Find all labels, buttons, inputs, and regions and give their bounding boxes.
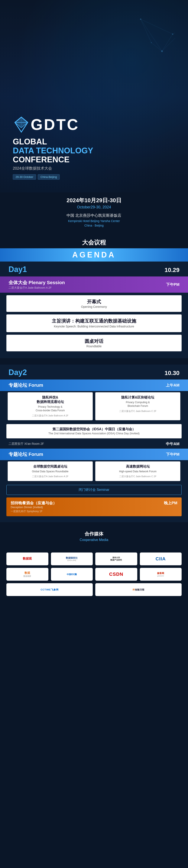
forum3-card: 全球数据空间圆桌论坛 Global Data Spaces Roundtable… (8, 461, 93, 481)
forum2-venue: 二层大宴会厅C Jade Ballroom C 2F (99, 410, 177, 413)
forum1-venue: 二层大宴会厅A Jade Ballroom A 2F (11, 414, 89, 417)
roundtable-card: 圆桌对话 Roundtable (6, 335, 182, 351)
dinner-title-en: Deception Dinner (Invited) (11, 505, 57, 509)
forum3-title-cn: 全球数据空间圆桌论坛 (11, 464, 89, 469)
forum4-title-en: High-speed Data Network Forum (99, 470, 177, 473)
plenary-time: 下午PM (166, 282, 180, 287)
forum1-title-en: Privacy Technology &Cross-border Data Fo… (11, 405, 89, 412)
forum-am-bar: 专题论坛 Forum 上午AM (0, 379, 188, 391)
svg-point-9 (151, 42, 152, 43)
agenda-en-bar: AGENDA (0, 248, 188, 261)
agenda-title-en: AGENDA (72, 250, 116, 259)
coop-title-en: Cooperative Media (8, 538, 180, 542)
cooperative-section: 合作媒体 Cooperative Media (0, 522, 188, 553)
svg-point-8 (161, 50, 163, 52)
idsa-bar: 第二届国际数据空间协会（IDSA）中国日（应邀与会） The 2nd Inter… (6, 424, 182, 438)
logo-text: GDTC (31, 117, 79, 132)
media-logo-kcb: 科创板日报 (95, 583, 182, 596)
svg-line-10 (151, 43, 162, 51)
forum-am-time: 上午AM (166, 383, 180, 388)
forum1-card: 隐私科技&数据跨境流通论坛 Privacy Technology &Cross-… (8, 392, 93, 420)
day2-date: 10.30 (164, 370, 180, 376)
forum4-title-cn: 高速数据网论坛 (99, 464, 177, 469)
plenary-venue: 二层大宴会厅A Jade Ballroom A 2F (8, 286, 65, 290)
idsa-title-en: The 2nd International Data Spaces Associ… (11, 432, 177, 435)
dinner-venue: 一层莫扎特厅 Symphony 1F (11, 509, 57, 513)
venue-cn: 中国 北京燕莎中心凯宾斯基饭店 (8, 213, 180, 218)
media-logo-cctime: CCTIME飞象网 (6, 583, 93, 596)
svg-text:数据观: 数据观 (23, 557, 32, 560)
logo-container: GDTC (13, 116, 175, 133)
location-tag: China·Beijing (38, 174, 60, 180)
keynote-card: 主旨演讲：构建互联互通的数据基础设施 Keynote Speech: Build… (6, 314, 182, 332)
forum-pm-time: 下午PM (166, 452, 180, 457)
svg-point-6 (172, 33, 173, 35)
media-logo-ciia: CIIA (140, 553, 182, 565)
center-info: 2024年10月29日-30日 October29-30, 2024 中国 北京… (0, 192, 188, 234)
day1-block: Day1 10.29 全体大会 Plenary Session 二层大宴会厅A … (0, 261, 188, 358)
plenary-session-bar: 全体大会 Plenary Session 二层大宴会厅A Jade Ballro… (0, 276, 188, 293)
forum-pm-title: 专题论坛 Forum (8, 451, 43, 458)
media-logo-idc: 中国IDC圈 (51, 568, 93, 581)
svg-line-11 (141, 19, 151, 43)
conf-title-cn: 2024全球数据技术大会 (13, 166, 175, 171)
media-logos-grid: 数据观 数据猿技社 DATA APE 清华大学数据产业研究 CIIA 数观 数据… (0, 553, 188, 604)
conf-title-line2: DATA TECHNOLOGY (13, 146, 175, 155)
dinner-left: 招待晚餐酒会（应邀与会） Deception Dinner (Invited) … (11, 500, 57, 513)
forum-am-cards: 隐私科技&数据跨境流通论坛 Privacy Technology &Cross-… (6, 391, 182, 421)
roundtable-title-en: Roundtable (11, 344, 177, 348)
media-logo-csdn: CSDN (95, 568, 137, 581)
forum2-title-en: Privacy Computing &Blockchain Forum (99, 401, 177, 408)
dinner-time: 晚上PM (164, 500, 177, 505)
seminar-title: 闭门研讨会 Seminar (79, 488, 109, 492)
conf-title-line3: CONFERENCE (13, 155, 175, 164)
svg-line-1 (173, 26, 175, 34)
svg-line-4 (162, 34, 173, 51)
conf-title-block: GLOBAL DATA TECHNOLOGY CONFERENCE 2024全球… (13, 137, 175, 171)
agenda-title-cn: 大会议程 (0, 239, 188, 247)
opening-ceremony-card: 开幕式 Opening Ceremony (6, 295, 182, 312)
day2-label: Day2 (8, 368, 27, 377)
roundtable-title-cn: 圆桌对话 (11, 338, 177, 344)
forum-pm-cards: 全球数据空间圆桌论坛 Global Data Spaces Roundtable… (6, 460, 182, 483)
event-date-en: October29-30, 2024 (8, 205, 180, 210)
agenda-header: 大会议程 (0, 234, 188, 247)
opening-title-cn: 开幕式 (11, 299, 177, 305)
media-logo-shujuguan: 数据观 (6, 553, 49, 565)
keynote-title-cn: 主旨演讲：构建互联互通的数据基础设施 (11, 318, 177, 324)
plenary-title: 全体大会 Plenary Session (8, 279, 65, 286)
header-section: GDTC GLOBAL DATA TECHNOLOGY CONFERENCE 2… (0, 0, 188, 192)
forum2-card: 隐私计算&区块链论坛 Privacy Computing &Blockchain… (95, 392, 180, 420)
forum3-title-en: Global Data Spaces Roundtable (11, 470, 89, 473)
svg-point-5 (140, 19, 141, 20)
forum-pm-bar: 专题论坛 Forum 下午PM (0, 448, 188, 460)
date-tags: 29-30 October China·Beijing (13, 174, 175, 180)
venue-en: Kempinski Hotel Beijing Yansha Center Ch… (8, 219, 180, 228)
media-logo-dataape: 数据猿技社 DATA APE (51, 553, 93, 565)
media-logo-qinghua: 清华大学数据产业研究 (95, 553, 137, 565)
coop-title-cn: 合作媒体 (8, 531, 180, 537)
date-tag: 29-30 October (13, 174, 36, 180)
idsa-row: 二层西安厅 Xi'an Room 2F 中午AM (0, 439, 188, 448)
network-bg (13, 8, 175, 116)
idsa-time: 中午AM (166, 441, 180, 446)
media-logo-shuguan: 数观 数据观察 (6, 568, 49, 581)
keynote-title-en: Keynote Speech: Building Interconnected … (11, 324, 177, 329)
svg-line-0 (141, 19, 173, 34)
svg-line-2 (162, 26, 175, 51)
day1-label: Day1 (8, 265, 27, 274)
day2-block: Day2 10.30 专题论坛 Forum 上午AM 隐私科技&数据跨境流通论坛… (0, 365, 188, 522)
opening-title-en: Opening Ceremony (11, 305, 177, 308)
day1-header: Day1 10.29 (0, 261, 188, 276)
forum2-title-cn: 隐私计算&区块链论坛 (99, 395, 177, 400)
dinner-title-cn: 招待晚餐酒会（应邀与会） (11, 500, 57, 505)
conf-title-line1: GLOBAL (13, 137, 175, 146)
seminar-bar: 闭门研讨会 Seminar (6, 485, 182, 495)
forum1-title-cn: 隐私科技&数据跨境流通论坛 (11, 395, 89, 404)
svg-line-3 (141, 19, 162, 51)
day1-date: 10.29 (164, 267, 180, 274)
day2-header: Day2 10.30 (0, 365, 188, 379)
day-separator (0, 358, 188, 365)
forum4-venue: 二层大宴会厅C Jade Ballroom C 2F (99, 475, 177, 478)
forum-am-title: 专题论坛 Forum (8, 382, 43, 389)
